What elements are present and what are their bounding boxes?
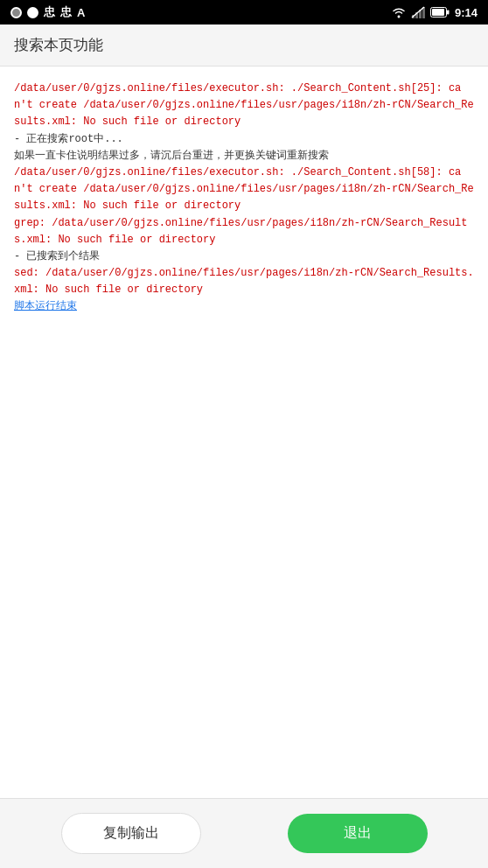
output-content: /data/user/0/gjzs.online/files/executor.… [0,66,488,798]
status-bar-left: 忠 忠 A [10,4,85,20]
output-line-3: 如果一直卡住说明结果过多，请沉后台重进，并更换关键词重新搜索 [14,150,329,162]
output-line-7: sed: /data/user/0/gjzs.online/files/usr/… [14,267,474,296]
char-icon-2: 忠 [60,4,72,20]
page-title: 搜索本页功能 [14,35,103,55]
char-icon-1: 忠 [44,4,55,20]
header: 搜索本页功能 [0,24,488,66]
battery-icon [430,7,450,18]
char-icon-3: A [77,6,85,19]
wifi-icon [392,6,406,18]
status-bar-right: 9:14 [392,6,478,19]
status-bar: 忠 忠 A 9:14 [0,0,488,24]
status-time: 9:14 [455,6,478,19]
output-block: /data/user/0/gjzs.online/files/executor.… [14,80,474,316]
output-line-4: /data/user/0/gjzs.online/files/executor.… [14,166,474,212]
svg-rect-7 [447,10,450,15]
script-end-link[interactable]: 脚本运行结束 [14,300,77,312]
circle-icon-1 [10,7,22,18]
exit-button[interactable]: 退出 [288,814,428,853]
output-line-2: - 正在搜索root中... [14,133,123,145]
bottom-bar: 复制输出 退出 [0,798,488,868]
output-line-5: grep: /data/user/0/gjzs.online/files/usr… [14,217,467,246]
circle-icon-2 [27,7,38,18]
copy-button[interactable]: 复制输出 [61,813,201,854]
svg-rect-6 [432,9,444,16]
output-line-1: /data/user/0/gjzs.online/files/executor.… [14,82,474,128]
signal-icon [411,6,425,18]
output-line-6: - 已搜索到个结果 [14,250,100,262]
